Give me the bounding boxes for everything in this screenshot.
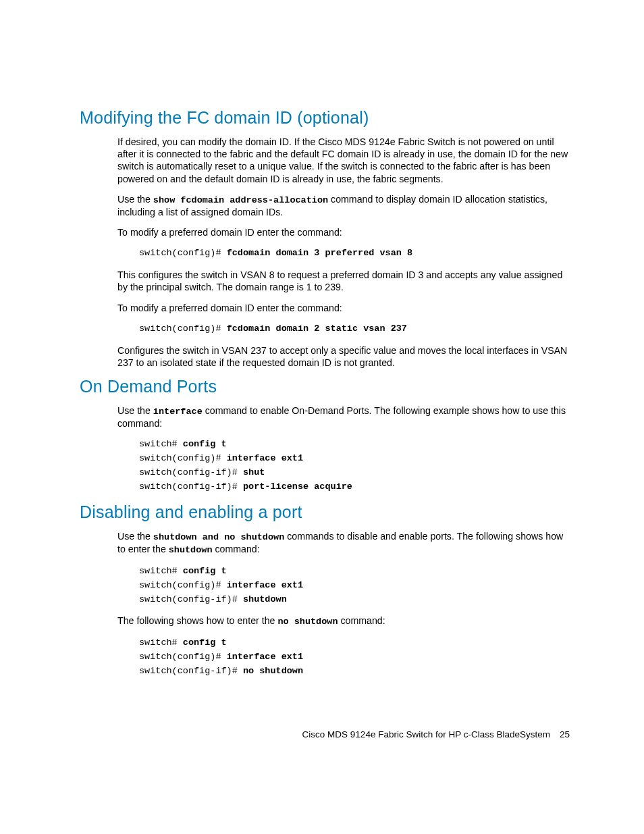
command: shutdown bbox=[243, 594, 287, 604]
prompt: switch(config)# bbox=[139, 652, 227, 662]
command: config t bbox=[183, 637, 227, 648]
code-block: switch(config)# fcdomain domain 2 static… bbox=[139, 322, 570, 336]
command: interface ext1 bbox=[227, 453, 303, 463]
heading-disable-enable-port: Disabling and enabling a port bbox=[80, 502, 570, 522]
heading-on-demand-ports: On Demand Ports bbox=[80, 377, 570, 396]
command: fcdomain domain 2 static vsan 237 bbox=[227, 323, 407, 334]
footer-title: Cisco MDS 9124e Fabric Switch for HP c-C… bbox=[302, 729, 550, 739]
command: fcdomain domain 3 preferred vsan 8 bbox=[227, 248, 412, 258]
prompt: switch(config)# bbox=[139, 453, 227, 463]
paragraph: Use the shutdown and no shutdown command… bbox=[117, 530, 570, 556]
paragraph: To modify a preferred domain ID enter th… bbox=[117, 226, 570, 238]
command: no shutdown bbox=[243, 666, 303, 676]
prompt: switch(config)# bbox=[139, 580, 227, 590]
command: config t bbox=[183, 439, 227, 449]
heading-modify-fc-domain: Modifying the FC domain ID (optional) bbox=[80, 108, 570, 128]
inline-command: show fcdomain address-allocation bbox=[153, 195, 328, 205]
text: command: bbox=[213, 544, 260, 554]
command: interface ext1 bbox=[227, 580, 303, 590]
text: Use the bbox=[117, 531, 153, 542]
prompt: switch(config-if)# bbox=[139, 481, 243, 492]
prompt: switch# bbox=[139, 439, 183, 449]
text: Use the bbox=[117, 405, 153, 416]
code-block: switch(config)# fcdomain domain 3 prefer… bbox=[139, 246, 570, 261]
command: config t bbox=[183, 566, 227, 576]
command: shut bbox=[243, 467, 265, 477]
page-number: 25 bbox=[560, 729, 570, 739]
code-block: switch# config t switch(config)# interfa… bbox=[139, 636, 570, 679]
prompt: switch(config-if)# bbox=[139, 594, 243, 604]
inline-command: shutdown bbox=[169, 545, 213, 555]
code-block: switch# config t switch(config)# interfa… bbox=[139, 565, 570, 607]
prompt: switch(config)# bbox=[139, 248, 227, 258]
section-body: Use the shutdown and no shutdown command… bbox=[117, 530, 570, 678]
code-block: switch# config t switch(config)# interfa… bbox=[139, 438, 570, 494]
paragraph: The following shows how to enter the no … bbox=[117, 615, 570, 627]
prompt: switch# bbox=[139, 566, 183, 576]
paragraph: To modify a preferred domain ID enter th… bbox=[117, 302, 570, 314]
paragraph: Use the show fcdomain address-allocation… bbox=[117, 193, 570, 218]
prompt: switch(config-if)# bbox=[139, 666, 243, 676]
inline-command: interface bbox=[153, 407, 203, 417]
paragraph: Configures the switch in VSAN 237 to acc… bbox=[117, 344, 570, 369]
inline-command: shutdown and no shutdown bbox=[153, 532, 284, 542]
prompt: switch(config-if)# bbox=[139, 467, 243, 477]
page: Modifying the FC domain ID (optional) If… bbox=[0, 0, 644, 834]
paragraph: This configures the switch in VSAN 8 to … bbox=[117, 269, 570, 293]
prompt: switch# bbox=[139, 637, 183, 648]
command: port-license acquire bbox=[243, 481, 352, 492]
prompt: switch(config)# bbox=[139, 323, 227, 334]
paragraph: If desired, you can modify the domain ID… bbox=[117, 136, 570, 185]
text: command: bbox=[338, 615, 385, 626]
paragraph: Use the interface command to enable On-D… bbox=[117, 405, 570, 429]
page-footer: Cisco MDS 9124e Fabric Switch for HP c-C… bbox=[302, 729, 570, 739]
command: interface ext1 bbox=[227, 652, 303, 662]
section-body: If desired, you can modify the domain ID… bbox=[117, 136, 570, 369]
section-body: Use the interface command to enable On-D… bbox=[117, 405, 570, 494]
inline-command: no shutdown bbox=[277, 617, 338, 627]
text: Use the bbox=[117, 194, 153, 205]
text: The following shows how to enter the bbox=[117, 615, 277, 626]
